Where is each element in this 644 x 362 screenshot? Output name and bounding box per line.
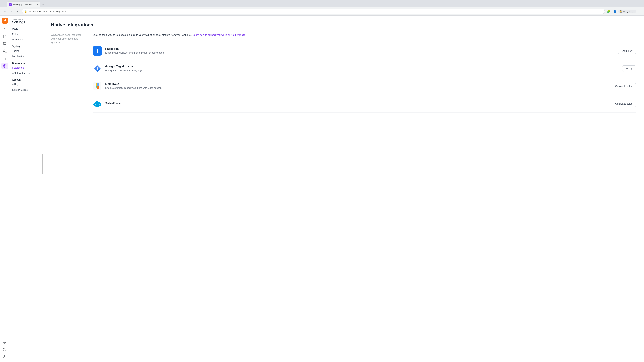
sidebar-item-integrations[interactable]: Integrations: [10, 65, 43, 70]
gtm-logo: [92, 64, 102, 73]
page-title: Native integrations: [51, 22, 636, 28]
nav-sidebar: Moodjoy7434 Settings Users Roles Resourc…: [10, 15, 43, 362]
extensions-button[interactable]: 🧩: [606, 9, 612, 14]
integration-item-gtm: Google Tag Manager Manage and deploy mar…: [92, 60, 636, 77]
gtm-info: Google Tag Manager Manage and deploy mar…: [105, 65, 619, 72]
integrations-list: Looking for a way to let guests sign up …: [92, 33, 636, 113]
facebook-description: Embed your waitlist or bookings on your …: [105, 51, 615, 55]
tab-favicon: M: [9, 3, 12, 6]
new-tab-button[interactable]: +: [41, 2, 46, 7]
facebook-info: Facebook Embed your waitlist or bookings…: [105, 47, 615, 55]
sidebar-item-localization[interactable]: Localization: [10, 54, 43, 59]
back-button[interactable]: ←: [2, 9, 8, 14]
address-bar[interactable]: 🔒 app.waitwhile.com/settings/integration…: [22, 9, 605, 14]
incognito-icon: 🕵: [620, 10, 622, 12]
sidebar-icon-settings[interactable]: [1, 62, 8, 69]
svg-rect-0: [3, 35, 6, 38]
retailnext-contact-button[interactable]: Contact to setup: [612, 83, 636, 89]
app-layout: M ⌂: [0, 15, 644, 362]
svg-point-4: [4, 50, 5, 51]
icon-sidebar-bottom: [1, 339, 8, 360]
settings-title: Settings: [12, 20, 40, 24]
salesforce-logo: Salesforce: [92, 99, 102, 108]
sidebar-item-security-data[interactable]: Security & data: [10, 87, 43, 92]
toolbar-icons: 🧩 👤 🕵 Incognito (2) ⋮: [606, 9, 642, 14]
menu-button[interactable]: ⋮: [636, 9, 642, 14]
facebook-name: Facebook: [105, 47, 615, 51]
svg-marker-21: [97, 86, 98, 89]
retailnext-description: Enable automatic capacity counting with …: [105, 86, 608, 90]
sidebar-scrollbar: [42, 154, 43, 174]
main-content: Native integrations Waitwhile is better …: [43, 15, 644, 362]
sidebar-item-roles[interactable]: Roles: [10, 31, 43, 37]
sidebar-item-users[interactable]: Users: [10, 26, 43, 31]
active-tab[interactable]: M Settings | Waitwhile ×: [7, 1, 40, 7]
gtm-setup-button[interactable]: Set up: [622, 65, 636, 72]
gtm-description: Manage and deploy marketing tags.: [105, 69, 619, 72]
svg-marker-19: [97, 83, 98, 86]
account-section-label: Account: [10, 76, 43, 82]
tab-title: Settings | Waitwhile: [13, 3, 36, 6]
svg-point-8: [4, 65, 5, 66]
sidebar-item-api-webhooks[interactable]: API & Webhooks: [10, 70, 43, 76]
reload-button[interactable]: ↻: [16, 9, 21, 14]
browser-chrome: › M Settings | Waitwhile × + ← → ↻ 🔒 app…: [0, 0, 644, 15]
svg-point-12: [4, 356, 5, 357]
salesforce-info: SalesForce: [105, 102, 608, 106]
sidebar-icon-home[interactable]: ⌂: [1, 26, 8, 32]
sidebar-icon-help[interactable]: [1, 346, 8, 353]
gtm-name: Google Tag Manager: [105, 65, 619, 68]
embed-link[interactable]: Learn how to embed Waitwhile on your web…: [193, 33, 245, 36]
facebook-logo: f: [92, 46, 102, 56]
svg-marker-9: [3, 341, 6, 344]
embed-notice: Looking for a way to let guests sign up …: [92, 33, 636, 37]
sidebar-icon-calendar[interactable]: [1, 33, 8, 40]
salesforce-name: SalesForce: [105, 102, 608, 105]
tab-bar: › M Settings | Waitwhile × +: [0, 0, 644, 7]
incognito-label: Incognito (2): [623, 10, 634, 12]
svg-text:Salesforce: Salesforce: [95, 104, 102, 106]
lock-icon: 🔒: [24, 10, 27, 13]
sidebar-item-billing[interactable]: Billing: [10, 82, 43, 87]
org-name: Moodjoy7434: [12, 18, 40, 20]
forward-button[interactable]: →: [9, 9, 14, 14]
styling-section-label: Styling: [10, 42, 43, 48]
sidebar-icon-users[interactable]: [1, 48, 8, 54]
star-icon[interactable]: ☆: [600, 10, 602, 13]
tab-close-button[interactable]: ×: [37, 3, 38, 6]
retailnext-info: RetailNext Enable automatic capacity cou…: [105, 82, 608, 90]
icon-sidebar: M ⌂: [0, 15, 10, 362]
sidebar-icon-messages[interactable]: [1, 40, 8, 47]
integration-item-salesforce: Salesforce SalesForce Contact to setup: [92, 95, 636, 113]
integration-item-retailnext: RetailNext Enable automatic capacity cou…: [92, 77, 636, 95]
address-text: app.waitwhile.com/settings/integrations: [28, 10, 599, 13]
integrations-layout: Waitwhile is better together with your o…: [51, 33, 636, 113]
integrations-sidebar-description: Waitwhile is better together with your o…: [51, 33, 84, 113]
sidebar-item-resources[interactable]: Resources: [10, 37, 43, 42]
sidebar-icon-lightning[interactable]: [1, 339, 8, 346]
tab-group-arrow[interactable]: ›: [1, 2, 6, 7]
facebook-learn-how-button[interactable]: Learn how: [618, 48, 636, 54]
sidebar-icon-user-avatar[interactable]: [1, 354, 8, 360]
salesforce-contact-button[interactable]: Contact to setup: [612, 100, 636, 107]
retailnext-logo: [92, 81, 102, 91]
profile-button[interactable]: 👤: [612, 9, 618, 14]
sidebar-icon-analytics[interactable]: [1, 55, 8, 62]
svg-marker-18: [96, 83, 97, 86]
retailnext-name: RetailNext: [105, 82, 608, 86]
nav-header: Moodjoy7434 Settings: [10, 18, 43, 26]
integration-item-facebook: f Facebook Embed your waitlist or bookin…: [92, 42, 636, 60]
developers-section-label: Developers: [10, 59, 43, 65]
sidebar-item-theme[interactable]: Theme: [10, 48, 43, 54]
incognito-badge[interactable]: 🕵 Incognito (2): [618, 9, 636, 13]
app-logo[interactable]: M: [2, 17, 8, 24]
browser-toolbar: ← → ↻ 🔒 app.waitwhile.com/settings/integ…: [0, 7, 644, 15]
svg-rect-16: [96, 67, 98, 70]
